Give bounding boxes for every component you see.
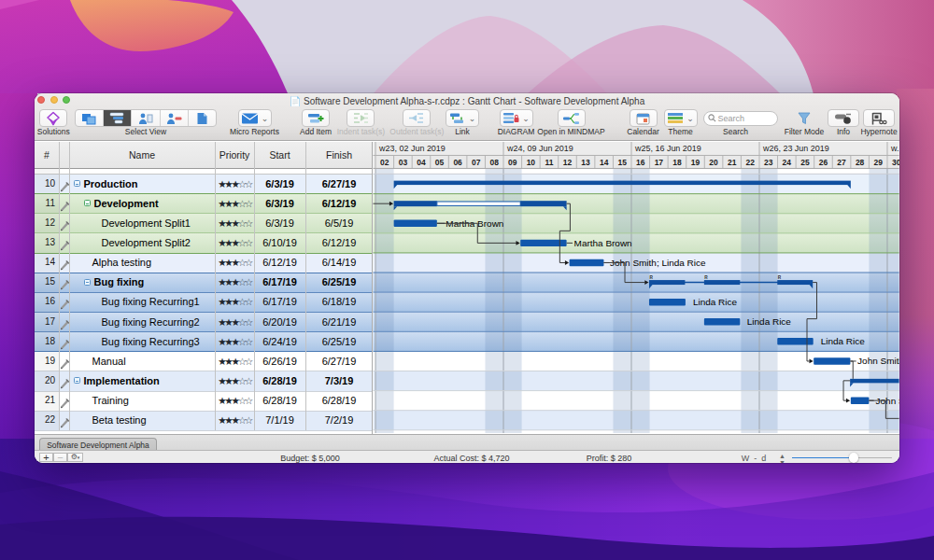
svg-text:06: 06 (453, 158, 462, 167)
svg-text:Martha Brown: Martha Brown (574, 238, 632, 248)
svg-text:18: 18 (672, 158, 682, 167)
svg-text:R: R (704, 275, 708, 280)
svg-text:15: 15 (618, 158, 628, 167)
svg-text:John Smith; Linda R: John Smith; Linda R (857, 356, 899, 366)
svg-text:11: 11 (545, 158, 553, 167)
svg-text:R: R (778, 275, 782, 280)
svg-text:26: 26 (819, 158, 828, 167)
svg-text:19: 19 (691, 158, 700, 167)
svg-text:14: 14 (600, 158, 609, 167)
svg-text:w26, 23 Jun 2019: w26, 23 Jun 2019 (762, 144, 829, 153)
svg-text:22: 22 (745, 158, 755, 167)
svg-text:w25, 16 Jun 2019: w25, 16 Jun 2019 (634, 144, 701, 153)
svg-text:04: 04 (417, 158, 426, 167)
svg-text:03: 03 (399, 158, 408, 167)
svg-text:w23, 02 Jun 2019: w23, 02 Jun 2019 (378, 144, 446, 153)
svg-text:w24, 09 Jun 2019: w24, 09 Jun 2019 (506, 144, 573, 153)
svg-text:Linda Rice: Linda Rice (693, 297, 738, 307)
svg-text:25: 25 (800, 158, 810, 167)
svg-text:29: 29 (873, 158, 883, 167)
svg-text:02: 02 (380, 158, 389, 167)
svg-text:09: 09 (508, 158, 517, 167)
svg-text:08: 08 (490, 158, 500, 167)
svg-text:21: 21 (728, 158, 737, 167)
svg-text:Linda Rice: Linda Rice (747, 316, 792, 327)
svg-text:10: 10 (527, 158, 536, 167)
svg-text:R: R (649, 275, 653, 280)
svg-text:30: 30 (892, 158, 899, 167)
svg-text:24: 24 (783, 158, 792, 167)
svg-text:16: 16 (636, 158, 645, 167)
svg-text:27: 27 (837, 158, 846, 167)
svg-text:07: 07 (472, 158, 481, 167)
svg-text:17: 17 (655, 158, 664, 167)
svg-text:w.: w. (890, 144, 899, 153)
svg-text:20: 20 (709, 158, 718, 167)
svg-text:28: 28 (856, 158, 865, 167)
svg-text:05: 05 (435, 158, 445, 167)
svg-text:12: 12 (563, 158, 573, 167)
svg-text:23: 23 (764, 158, 773, 167)
svg-text:13: 13 (581, 158, 590, 167)
svg-text:Linda Rice: Linda Rice (821, 336, 866, 346)
